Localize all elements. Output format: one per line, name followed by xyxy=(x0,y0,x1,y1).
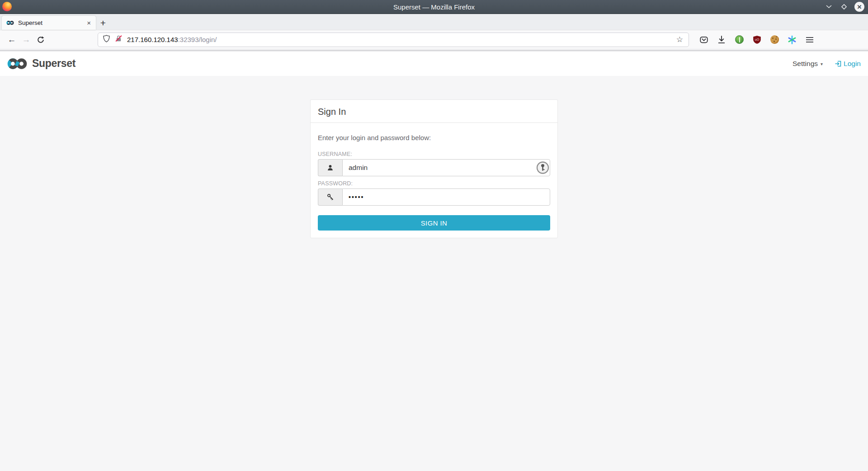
back-icon[interactable]: ← xyxy=(5,33,19,47)
login-link[interactable]: Login xyxy=(835,60,861,68)
superset-favicon xyxy=(6,20,14,25)
password-label: PASSWORD: xyxy=(318,180,550,187)
username-input-group xyxy=(318,159,550,176)
maximize-diamond-icon[interactable] xyxy=(839,2,849,12)
tracking-shield-icon[interactable] xyxy=(103,35,110,44)
pocket-icon[interactable] xyxy=(699,35,709,45)
password-manager-badge-icon[interactable] xyxy=(536,161,549,174)
sign-in-icon xyxy=(835,60,842,67)
user-icon xyxy=(318,159,342,176)
password-input[interactable] xyxy=(342,188,550,206)
brand-name: Superset xyxy=(32,57,75,70)
firefox-icon xyxy=(2,2,12,11)
sign-in-button[interactable]: SIGN IN xyxy=(318,215,550,231)
password-input-group xyxy=(318,188,550,206)
card-header: Sign In xyxy=(311,100,557,123)
svg-text:uO: uO xyxy=(755,38,759,42)
url-bar[interactable]: 217.160.120.143:32393/login/ ☆ xyxy=(98,33,689,47)
superset-navbar: Superset Settings ▾ Login xyxy=(0,51,868,76)
username-input[interactable] xyxy=(342,159,550,176)
url-text[interactable]: 217.160.120.143:32393/login/ xyxy=(127,36,675,43)
tab-title: Superset xyxy=(18,19,85,26)
insecure-lock-icon[interactable] xyxy=(115,35,123,44)
sign-in-card: Sign In Enter your login and password be… xyxy=(310,99,558,238)
downloads-icon[interactable] xyxy=(717,35,726,45)
username-label: USERNAME: xyxy=(318,151,550,157)
url-path: :32393/login/ xyxy=(178,36,217,43)
window-titlebar: Superset — Mozilla Firefox ✕ xyxy=(0,0,868,14)
browser-toolbar: ← → 217.160.120.143:32393/login/ ☆ uO xyxy=(0,30,868,49)
tab-close-icon[interactable]: × xyxy=(85,19,92,27)
superset-logo-icon xyxy=(7,58,28,70)
asterisk-extension-icon[interactable] xyxy=(787,35,797,45)
minimize-chevron-icon[interactable] xyxy=(824,2,834,12)
tab-bar: Superset × + xyxy=(0,14,868,30)
reload-icon[interactable] xyxy=(33,33,48,47)
chevron-down-icon: ▾ xyxy=(821,61,823,66)
key-icon xyxy=(318,188,342,206)
url-host: 217.160.120.143 xyxy=(127,36,178,43)
superset-brand[interactable]: Superset xyxy=(7,57,75,70)
bookmark-star-icon[interactable]: ☆ xyxy=(675,35,685,44)
green-extension-icon[interactable] xyxy=(734,35,744,45)
settings-menu[interactable]: Settings ▾ xyxy=(793,60,823,68)
close-window-button[interactable]: ✕ xyxy=(854,2,864,12)
browser-tab-superset[interactable]: Superset × xyxy=(2,16,96,30)
window-title: Superset — Mozilla Firefox xyxy=(0,3,868,11)
ublock-origin-icon[interactable]: uO xyxy=(752,35,762,45)
login-page: Sign In Enter your login and password be… xyxy=(0,76,868,471)
card-title: Sign In xyxy=(318,107,550,117)
new-tab-button[interactable]: + xyxy=(96,16,110,30)
cookie-extension-icon[interactable] xyxy=(769,35,779,45)
login-instruction: Enter your login and password below: xyxy=(318,134,550,141)
login-label: Login xyxy=(844,60,861,68)
settings-label: Settings xyxy=(793,60,818,68)
hamburger-menu-icon[interactable] xyxy=(805,35,815,45)
forward-icon: → xyxy=(19,33,33,47)
